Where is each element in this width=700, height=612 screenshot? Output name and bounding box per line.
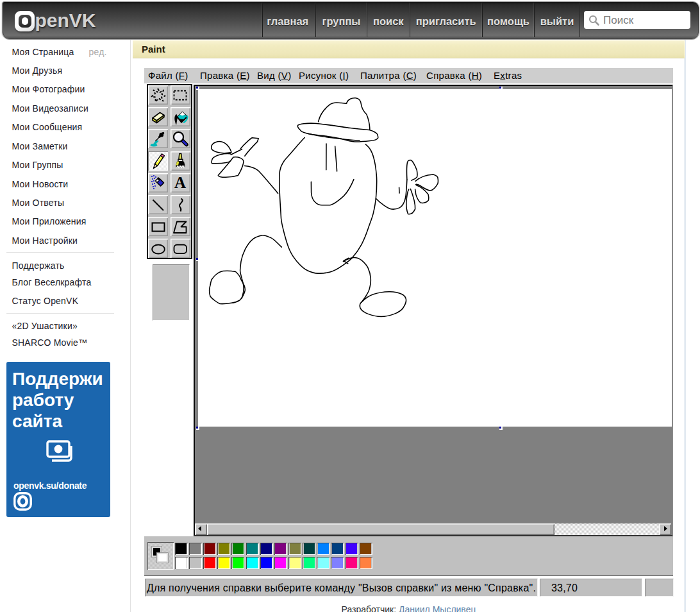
svg-text:A: A xyxy=(174,174,186,191)
